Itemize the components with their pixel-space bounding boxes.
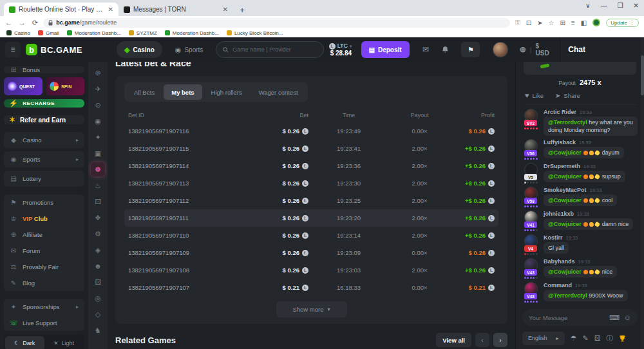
chat-language-selector[interactable]: English ▸ [522, 332, 565, 345]
chat-message-input[interactable]: Your Message ⌨ ☺ [522, 309, 638, 326]
gif-keyboard-icon[interactable]: ⌨ [609, 314, 620, 322]
chat-username[interactable]: DrSupermeth [544, 163, 580, 169]
bets-tab-high-rollers[interactable]: High rollers [204, 84, 250, 100]
like-button[interactable]: ♥ Like [525, 91, 544, 99]
refer-and-earn-button[interactable]: ✶ Refer and Earn [4, 115, 84, 124]
bet-row[interactable]: 138219056971907110$ 0.26Ł19:23:142.00×+$… [124, 227, 498, 244]
wallet-currency-selector[interactable]: ŁLTC▾ $ 28.84 [329, 43, 352, 57]
frame-category-icon[interactable]: ▣ [91, 146, 105, 160]
forward-button[interactable]: → [19, 19, 26, 27]
roulette-category-icon[interactable]: ☸ [91, 162, 105, 176]
extensions-icon[interactable]: ⊞ [560, 19, 565, 26]
window-minimize-button[interactable]: — [601, 2, 607, 9]
user-mention[interactable]: @Cowjuicer [548, 173, 583, 180]
chat-username[interactable]: Arctic Rider [544, 109, 576, 115]
diamond-category-icon[interactable]: ❖ [91, 211, 105, 225]
sidebar-item-affiliate[interactable]: ⊕Affiliate [4, 227, 84, 243]
chat-username[interactable]: johnie1kxb [544, 211, 574, 217]
carousel-next-button[interactable]: › [493, 333, 507, 347]
chat-username[interactable]: Luffyisback [544, 139, 576, 146]
reading-list-icon[interactable]: ≡ [571, 19, 575, 26]
bets-tab-all-bets[interactable]: All Bets [126, 84, 162, 100]
bet-row[interactable]: 138219056971907113$ 0.26Ł19:23:302.00×+$… [124, 174, 498, 192]
sidebar-item-sports[interactable]: ◉Sports▸ [4, 151, 84, 167]
coin-category-icon[interactable]: ⊙ [91, 98, 105, 112]
dice-icon[interactable]: ⚄ [594, 334, 601, 343]
sidebar-item-casino[interactable]: ◆Casino▸ [4, 132, 84, 148]
bookmark-item[interactable]: Lucky Block Bitcoin... [227, 30, 283, 36]
address-bar[interactable]: bc.game/game/roulette [43, 18, 510, 28]
bookmark-item[interactable]: SYZTMZ [129, 30, 157, 36]
chat-rules-flag-icon[interactable]: ⚑ [461, 42, 480, 57]
bookmark-item[interactable]: Gmail [38, 30, 59, 36]
knight-category-icon[interactable]: ♞ [91, 323, 105, 337]
bookmark-item[interactable]: Moderation Dashb... [67, 30, 121, 36]
face-category-icon[interactable]: ☻ [91, 259, 105, 273]
quest-button[interactable]: QUEST [4, 77, 43, 95]
game-search-input[interactable]: Game name | Provider [216, 41, 323, 58]
share-icon[interactable]: ➤ [537, 19, 542, 26]
bet-row[interactable]: 138219056971907116$ 0.26Ł19:23:490.00×$ … [124, 122, 498, 140]
rules-pencil-icon[interactable]: ✎ [582, 334, 588, 343]
bets-tab-my-bets[interactable]: My bets [164, 84, 202, 100]
view-all-button[interactable]: View all [436, 333, 471, 347]
user-mention[interactable]: @Cowjuicer [548, 149, 583, 156]
key-icon[interactable]: ⚿ [515, 19, 520, 26]
share-button[interactable]: ➤ Share [555, 91, 580, 99]
recharge-button[interactable]: ⚡ RECHARGE [4, 99, 84, 108]
carousel-prev-button[interactable]: ‹ [475, 333, 489, 347]
sidebar-item-forum[interactable]: ✉Forum [4, 243, 84, 259]
new-tab-button[interactable]: + [236, 3, 249, 16]
side-panel-icon[interactable]: ◧ [581, 19, 587, 26]
user-avatar[interactable] [493, 42, 507, 57]
bet-row[interactable]: 138219056971907115$ 0.26Ł19:23:412.00×+$… [124, 140, 498, 157]
sidebar-item-provably-fair[interactable]: ⚖Provably Fair [4, 259, 84, 275]
emoji-icon[interactable]: ☺ [624, 314, 631, 321]
browser-tab[interactable]: Messages | TORN✕ [118, 3, 233, 16]
chat-username[interactable]: Command [544, 282, 572, 288]
chips-category-icon[interactable]: ◉ [91, 114, 105, 128]
nav-tab-casino[interactable]: ◆ Casino [117, 41, 162, 58]
bet-row[interactable]: 138219056971907107$ 0.21Ł16:18:330.00×$ … [124, 279, 498, 296]
rain-icon[interactable]: ☂ [571, 334, 577, 343]
sidebar-item-lottery[interactable]: ▤Lottery [4, 171, 84, 187]
browser-profile-avatar[interactable] [592, 19, 600, 26]
theme-light-button[interactable]: ☀Light [44, 336, 84, 349]
gear-category-icon[interactable]: ⚙ [91, 227, 105, 241]
sidebar-item-vip-club[interactable]: ♔VIP Club [4, 211, 84, 227]
chat-username[interactable]: SmokeyMacPot [544, 187, 587, 193]
rocket-category-icon[interactable]: ✈ [91, 82, 105, 96]
bell-icon[interactable] [442, 46, 449, 53]
chat-username[interactable]: Babyhands [544, 258, 575, 265]
trophy-icon[interactable] [619, 335, 626, 342]
bookmark-star-icon[interactable]: ☆ [549, 19, 554, 26]
bet-row[interactable]: 138219056971907109$ 0.26Ł19:23:090.00×$ … [124, 244, 498, 261]
bet-row[interactable]: 138219056971907112$ 0.26Ł19:23:252.00×+$… [124, 192, 498, 209]
reload-button[interactable]: ⟳ [32, 19, 38, 27]
user-mention[interactable]: @Terrordvctyl [548, 119, 589, 126]
bet-row[interactable]: 138219056971907114$ 0.26Ł19:23:362.00×+$… [124, 157, 498, 174]
save-icon[interactable]: ⊡ [526, 19, 531, 26]
dice-five-category-icon[interactable]: ⚄ [91, 275, 105, 289]
hot-category-icon[interactable]: ♨ [91, 178, 105, 193]
disc-category-icon[interactable]: ◎ [91, 291, 105, 305]
nav-tab-sports[interactable]: ◉ Sports [167, 41, 211, 58]
theme-dark-button[interactable]: ☾Dark [5, 336, 44, 349]
sidebar-item-sponsorships[interactable]: ✦Sponsorships▸ [4, 299, 84, 315]
hamburger-menu-button[interactable]: ≡ [5, 42, 21, 57]
chat-username[interactable]: Kostirr [544, 234, 563, 241]
pinned-bet-card[interactable] [524, 62, 636, 75]
dice-one-category-icon[interactable]: ⚀ [91, 194, 105, 209]
bet-row[interactable]: 138219056971907108$ 0.26Ł19:23:032.00×+$… [124, 261, 498, 279]
sidebar-item-blog[interactable]: ✎Blog [4, 275, 84, 291]
sidebar-item-promotions[interactable]: ⚑Promotions [4, 194, 84, 211]
mail-icon[interactable]: ✉ [422, 45, 429, 54]
update-button[interactable]: Update⋮ [606, 19, 639, 27]
bookmark-item[interactable]: Moderation Dashb... [165, 30, 219, 36]
window-restore-button[interactable]: ❐ [618, 2, 623, 9]
user-mention[interactable]: @Cowjuicer [548, 269, 583, 275]
window-close-button[interactable]: ✕ [634, 2, 639, 9]
tab-close-icon[interactable]: ✕ [223, 6, 228, 13]
page-scrollbar[interactable] [641, 37, 644, 349]
bets-tab-wager-contest[interactable]: Wager contest [251, 84, 306, 100]
